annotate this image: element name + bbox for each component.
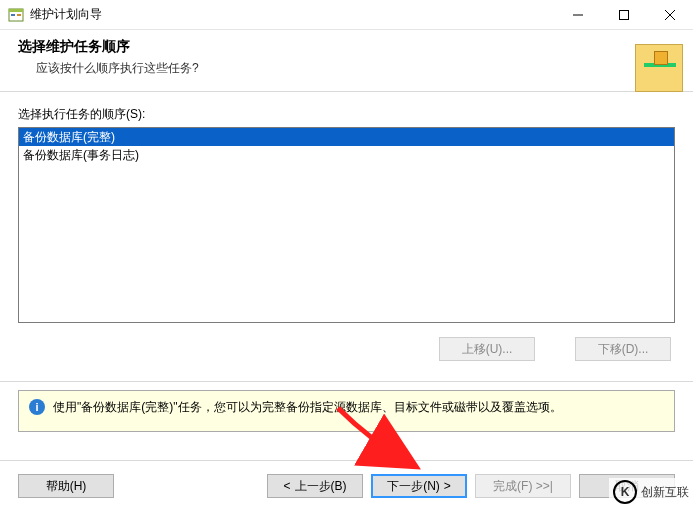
hint-text: 使用"备份数据库(完整)"任务，您可以为完整备份指定源数据库、目标文件或磁带以及… xyxy=(53,399,562,416)
wizard-footer: 帮助(H) < 上一步(B) 下一步(N) > 完成(F) >>| 取消 xyxy=(0,461,693,511)
task-list-item[interactable]: 备份数据库(完整) xyxy=(19,128,674,146)
task-list-item[interactable]: 备份数据库(事务日志) xyxy=(19,146,674,164)
info-icon: i xyxy=(29,399,45,415)
title-bar: 维护计划向导 xyxy=(0,0,693,30)
maximize-button[interactable] xyxy=(601,0,647,29)
next-button[interactable]: 下一步(N) > xyxy=(371,474,467,498)
svg-rect-1 xyxy=(9,9,23,12)
watermark-text: 创新互联 xyxy=(641,484,689,501)
header-graphic-icon xyxy=(635,44,683,92)
svg-rect-2 xyxy=(11,14,15,16)
task-order-label: 选择执行任务的顺序(S): xyxy=(18,106,675,123)
window-title: 维护计划向导 xyxy=(30,6,102,23)
window-controls xyxy=(555,0,693,29)
app-icon xyxy=(8,7,24,23)
chevron-left-icon: < xyxy=(283,479,290,493)
watermark-logo-icon: K xyxy=(613,480,637,504)
hint-box: i 使用"备份数据库(完整)"任务，您可以为完整备份指定源数据库、目标文件或磁带… xyxy=(18,390,675,432)
help-button[interactable]: 帮助(H) xyxy=(18,474,114,498)
move-buttons-row: 上移(U)... 下移(D)... xyxy=(18,337,675,361)
page-subtitle: 应该按什么顺序执行这些任务? xyxy=(36,60,675,77)
svg-rect-3 xyxy=(17,14,21,16)
separator xyxy=(0,381,693,382)
finish-button[interactable]: 完成(F) >>| xyxy=(475,474,571,498)
close-button[interactable] xyxy=(647,0,693,29)
move-up-button[interactable]: 上移(U)... xyxy=(439,337,535,361)
chevron-right-icon: > xyxy=(444,479,451,493)
wizard-header: 选择维护任务顺序 应该按什么顺序执行这些任务? xyxy=(0,30,693,92)
client-area: 选择执行任务的顺序(S): 备份数据库(完整)备份数据库(事务日志) 上移(U)… xyxy=(0,92,693,367)
task-order-listbox[interactable]: 备份数据库(完整)备份数据库(事务日志) xyxy=(18,127,675,323)
watermark: K 创新互联 xyxy=(609,478,693,506)
svg-rect-4 xyxy=(620,10,629,19)
back-button[interactable]: < 上一步(B) xyxy=(267,474,363,498)
minimize-button[interactable] xyxy=(555,0,601,29)
page-title: 选择维护任务顺序 xyxy=(18,38,675,56)
move-down-button[interactable]: 下移(D)... xyxy=(575,337,671,361)
